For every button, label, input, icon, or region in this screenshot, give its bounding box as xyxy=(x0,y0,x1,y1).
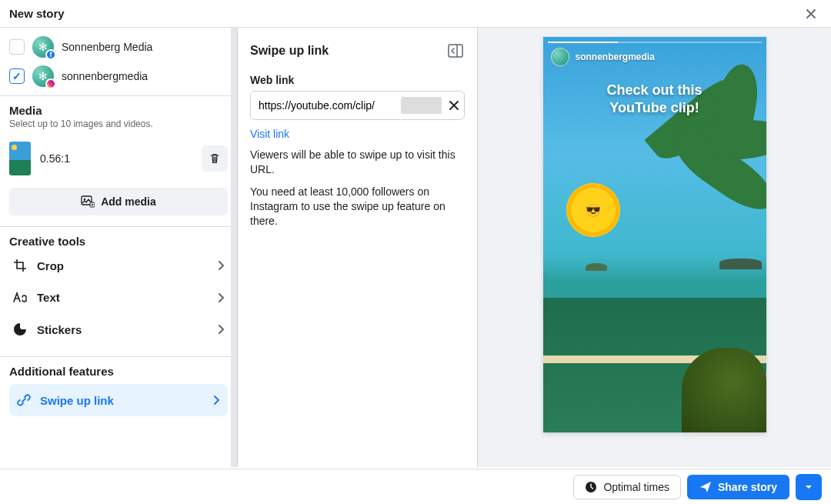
panel-icon xyxy=(448,44,463,58)
tool-label: Stickers xyxy=(37,323,208,336)
page-title: New story xyxy=(9,7,65,20)
web-link-input[interactable] xyxy=(251,92,401,119)
send-icon xyxy=(699,481,712,493)
share-story-button[interactable]: Share story xyxy=(687,475,789,499)
swipe-help-text-2: You need at least 10,000 followers on In… xyxy=(250,185,465,229)
optimal-times-button[interactable]: Optimal times xyxy=(573,475,681,499)
caret-down-icon xyxy=(804,482,813,492)
add-media-button[interactable]: Add media xyxy=(9,188,228,215)
story-progress-bar xyxy=(548,42,762,43)
clock-icon xyxy=(585,481,597,493)
avatar: ✻ f xyxy=(32,36,54,58)
media-section-subtitle: Select up to 10 images and videos. xyxy=(9,118,228,129)
account-row-instagram[interactable]: ✓ ✻ sonnenbergmedia xyxy=(0,62,237,91)
creative-tool-crop[interactable]: Crop xyxy=(9,249,228,282)
story-preview-area: sonnenbergmedia Check out this YouTube c… xyxy=(478,28,831,467)
crop-icon xyxy=(13,259,27,272)
account-checkbox[interactable]: ✓ xyxy=(9,68,25,84)
clear-input-button[interactable] xyxy=(445,100,465,111)
text-icon xyxy=(12,292,28,304)
sticker-icon xyxy=(13,322,27,336)
optimal-times-label: Optimal times xyxy=(603,481,669,493)
url-redacted-mask xyxy=(401,97,442,114)
swipe-up-label: Swipe up link xyxy=(40,394,203,407)
link-icon xyxy=(17,393,31,407)
creative-tools-title: Creative tools xyxy=(9,235,228,248)
tool-label: Text xyxy=(37,291,208,304)
visit-link[interactable]: Visit link xyxy=(250,128,289,140)
chevron-right-icon xyxy=(212,395,220,406)
swipe-up-link-item[interactable]: Swipe up link xyxy=(9,384,228,416)
avatar: ✻ xyxy=(32,65,54,87)
swipe-help-text-1: Viewers will be able to swipe up to visi… xyxy=(250,148,465,177)
story-username: sonnenbergmedia xyxy=(576,52,655,62)
story-avatar xyxy=(551,48,569,66)
close-icon xyxy=(449,100,459,111)
add-media-label: Add media xyxy=(101,195,156,208)
close-icon xyxy=(805,8,817,20)
svg-point-1 xyxy=(84,199,85,200)
story-overlay-text: Check out this YouTube clip! xyxy=(543,82,766,116)
share-story-label: Share story xyxy=(718,481,777,493)
instagram-badge-icon xyxy=(45,78,56,89)
account-checkbox[interactable] xyxy=(9,39,25,55)
delete-media-button[interactable] xyxy=(202,145,228,172)
close-button[interactable] xyxy=(800,3,822,25)
story-preview: sonnenbergmedia Check out this YouTube c… xyxy=(543,37,766,432)
svg-rect-3 xyxy=(449,45,462,57)
trash-icon xyxy=(209,152,221,165)
swipe-panel-title: Swipe up link xyxy=(250,44,329,58)
panel-toggle-button[interactable] xyxy=(446,42,465,60)
chevron-right-icon xyxy=(217,292,225,303)
media-section-title: Media xyxy=(9,104,228,117)
account-name: Sonnenberg Media xyxy=(62,41,152,53)
creative-tool-text[interactable]: Text xyxy=(9,282,228,313)
tool-label: Crop xyxy=(37,259,208,272)
facebook-badge-icon: f xyxy=(45,49,56,60)
web-link-label: Web link xyxy=(250,74,465,86)
share-dropdown-button[interactable] xyxy=(796,474,822,500)
web-link-input-wrap[interactable] xyxy=(250,91,465,120)
chevron-right-icon xyxy=(217,324,225,335)
media-thumbnail xyxy=(9,142,31,175)
image-plus-icon xyxy=(81,195,95,208)
chevron-right-icon xyxy=(217,260,225,271)
account-name: sonnenbergmedia xyxy=(62,70,148,82)
creative-tool-stickers[interactable]: Stickers xyxy=(9,313,228,345)
sun-sticker: 😎 xyxy=(571,188,616,232)
additional-features-title: Additional features xyxy=(9,365,228,378)
media-ratio: 0.56:1 xyxy=(40,152,192,165)
account-row-facebook[interactable]: ✻ f Sonnenberg Media xyxy=(0,32,237,62)
media-item[interactable]: 0.56:1 xyxy=(9,139,228,179)
